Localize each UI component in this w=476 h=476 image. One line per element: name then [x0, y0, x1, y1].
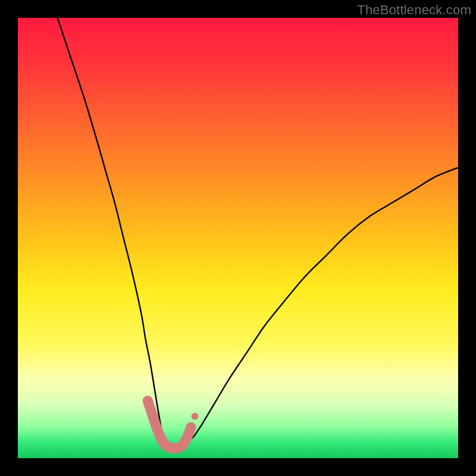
chart-gradient-background: [18, 18, 458, 458]
svg-point-10: [182, 432, 192, 442]
svg-point-1: [147, 409, 157, 419]
svg-point-0: [143, 396, 153, 406]
highlight-outlier-point: [191, 413, 198, 420]
chart-frame: TheBottleneck.com: [0, 0, 476, 476]
svg-point-11: [186, 422, 196, 433]
chart-svg: [18, 18, 458, 458]
chart-plot-area: [18, 18, 458, 458]
watermark-text: TheBottleneck.com: [357, 2, 471, 18]
svg-point-2: [152, 422, 162, 433]
